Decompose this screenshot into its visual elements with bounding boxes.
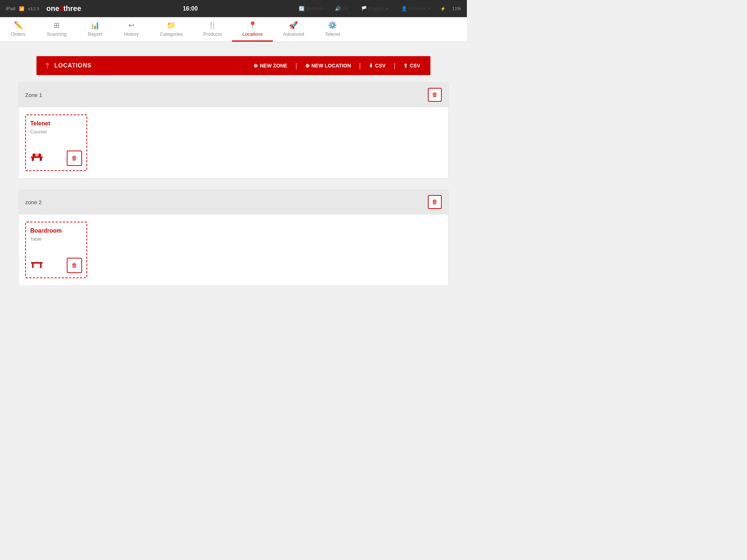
tab-report[interactable]: 📊 Report [77,17,113,42]
tab-scanning-label: Scanning [47,31,66,37]
zone-1-container: Zone 1 🗑 Telenet Counter [18,82,449,179]
zone-2-body: Boardroom Table 🗑 [19,214,448,285]
tab-telenet-label: Telenet [325,31,340,37]
time-display: 16:00 [183,5,198,12]
main-content: 📍 LOCATIONS ⊕ NEW ZONE | ⊕ NEW LOCATION … [0,42,467,311]
location-telenet-delete-button[interactable]: 🗑 [67,151,82,166]
status-bar: iPad 📶 v3.2.3 one2three 16:00 🔄 Refresh … [0,0,467,17]
version-label: v3.2.3 [28,7,39,11]
svg-rect-7 [32,264,34,268]
wifi-icon: 📶 [19,6,24,11]
location-boardroom-bottom: 🗑 [30,258,82,273]
account-dropdown-arrow: ▼ [427,7,431,11]
tab-products-label: Products [203,31,222,37]
import-csv-button[interactable]: ⬆ CSV [400,61,423,70]
account-icon: 👤 [401,6,407,11]
zone-2-header: zone 2 🗑 [19,190,448,214]
products-icon: 🍴 [208,21,217,30]
location-boardroom-name: Boardroom [30,228,62,234]
zone-1-delete-button[interactable]: 🗑 [428,88,442,102]
zone-1-body: Telenet Counter 🗑 [19,107,448,178]
export-csv-button[interactable]: ⬇ CSV [366,61,388,70]
brand-logo: one2three [43,3,85,14]
tab-products[interactable]: 🍴 Products [193,17,232,42]
new-zone-button[interactable]: ⊕ NEW ZONE [251,61,290,70]
location-boardroom-card[interactable]: Boardroom Table 🗑 [25,222,87,278]
scanning-icon: ⊞ [54,21,60,30]
tab-orders-label: Orders [11,31,26,37]
svg-rect-5 [33,153,40,156]
import-csv-icon: ⬆ [403,63,408,69]
svg-rect-8 [40,264,42,268]
tab-scanning[interactable]: ⊞ Scanning [36,17,77,42]
zone-1-header: Zone 1 🗑 [19,83,448,107]
export-csv-icon: ⬇ [369,63,373,69]
orders-icon: ✏️ [14,21,23,30]
new-location-button[interactable]: ⊕ NEW LOCATION [302,61,354,70]
bluetooth-icon: ⚡ [440,6,446,11]
separator-1: | [295,62,297,70]
advanced-icon: 🚀 [289,21,298,30]
zone-1-title: Zone 1 [25,92,42,98]
tab-advanced-label: Advanced [283,31,304,37]
tab-locations[interactable]: 📍 Locations [232,17,273,42]
location-telenet-name: Telenet [30,120,50,127]
counter-icon [30,152,43,165]
table-icon [30,259,43,272]
categories-icon: 📁 [167,21,176,30]
new-zone-plus-icon: ⊕ [253,63,258,69]
separator-3: | [394,62,395,70]
tab-history[interactable]: ↩ History [113,17,150,42]
location-boardroom-delete-button[interactable]: 🗑 [67,258,82,273]
account-button[interactable]: 👤 Account ▼ [398,4,434,13]
battery-label: 11% [452,6,461,11]
tab-locations-label: Locations [242,31,263,37]
device-label: iPad [6,6,15,11]
svg-rect-2 [40,158,42,161]
tab-orders[interactable]: ✏️ Orders [0,17,36,42]
telenet-icon: ⚙️ [328,21,337,30]
tab-history-label: History [124,31,139,37]
tab-categories-label: Categories [160,31,183,37]
zone-2-container: zone 2 🗑 Boardroom Table 🗑 [18,190,449,286]
report-icon: 📊 [90,21,100,30]
svg-rect-0 [31,156,43,158]
flag-icon: 🏳️ [361,6,367,11]
language-button[interactable]: 🏳️ English ▼ [358,4,392,13]
separator-2: | [359,62,361,70]
locations-title: 📍 LOCATIONS [44,62,92,69]
header-actions: ⊕ NEW ZONE | ⊕ NEW LOCATION | ⬇ CSV | ⬆ … [251,61,423,70]
tab-categories[interactable]: 📁 Categories [150,17,193,42]
tab-telenet[interactable]: ⚙️ Telenet [314,17,351,42]
tab-report-label: Report [88,31,102,37]
zone-2-title: zone 2 [25,199,42,205]
svg-rect-6 [31,262,43,264]
location-telenet-card[interactable]: Telenet Counter 🗑 [25,114,87,171]
locations-icon: 📍 [248,21,257,30]
history-icon: ↩ [128,21,135,30]
location-pin-icon: 📍 [44,62,51,69]
language-dropdown-arrow: ▼ [385,7,389,11]
location-telenet-type: Counter [30,129,47,135]
location-telenet-bottom: 🗑 [30,151,82,166]
svg-rect-1 [32,158,34,161]
locations-header-bar: 📍 LOCATIONS ⊕ NEW ZONE | ⊕ NEW LOCATION … [36,56,430,75]
sound-icon: 🔊 [335,6,341,11]
tab-navigation: ✏️ Orders ⊞ Scanning 📊 Report ↩ History … [0,17,467,42]
zone-2-delete-button[interactable]: 🗑 [428,195,442,209]
refresh-button[interactable]: 🔄 Refresh [296,4,326,13]
tab-advanced[interactable]: 🚀 Advanced [273,17,314,42]
location-boardroom-type: Table [30,236,42,242]
sound-button[interactable]: 🔊 On [332,4,351,13]
new-location-plus-icon: ⊕ [305,63,310,69]
refresh-icon: 🔄 [299,6,305,11]
